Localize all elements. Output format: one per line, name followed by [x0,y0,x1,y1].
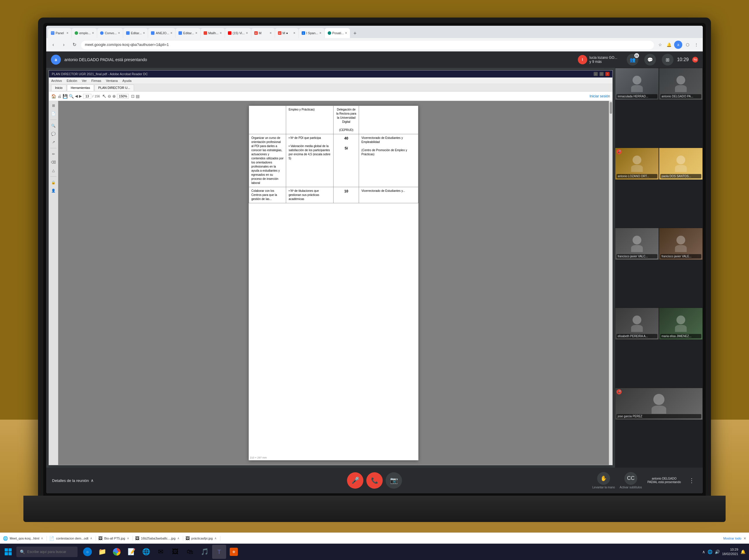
tray-network-icon[interactable]: 🌐 [707,550,712,554]
pdf-menu-ventana[interactable]: Ventana [106,79,117,83]
taskbar-cortana[interactable]: ○ [81,545,94,559]
pdf-fit-btn[interactable]: ⊡ [131,94,134,98]
address-bar[interactable] [81,40,654,49]
new-tab-button[interactable]: + [350,29,360,38]
pdf-maximize-button[interactable]: □ [599,72,604,76]
pdf-sidebar-bookmarks[interactable]: ⊞ [50,102,57,109]
pdf-sidebar-search[interactable]: 🔍 [50,122,57,129]
taskbar-file-explorer[interactable]: 📁 [95,545,109,559]
tab-close-panel[interactable]: × [66,31,68,35]
tab-close-emplo[interactable]: × [92,31,94,35]
back-button[interactable]: ‹ [49,41,57,49]
pdf-zoom-input[interactable] [117,94,129,98]
pdf-prev-page-btn[interactable]: ◀ [75,94,78,98]
tab-close-span[interactable]: × [319,31,321,35]
tray-volume-icon[interactable]: 🔊 [715,550,720,554]
pdf-menu-edicion[interactable]: Edición [67,79,77,83]
profile-icon[interactable]: a [674,41,682,49]
chat-button[interactable]: 💬 [644,54,656,66]
tray-notification-icon[interactable]: 🔔 [741,550,746,554]
forward-button[interactable]: › [60,41,68,49]
hangup-button[interactable]: 📞 [366,472,383,489]
pdf-scrollbar-thumb[interactable] [610,102,612,114]
download-chevron-1[interactable]: ∧ [41,537,43,540]
tab-editar2[interactable]: Editar... × [175,28,200,38]
taskbar-orange-app[interactable]: ⊕ [227,545,241,559]
menu-icon[interactable]: ⋮ [693,41,700,48]
taskbar-spotify[interactable]: 🎵 [197,545,212,559]
taskbar-mail[interactable]: ✉ [154,545,168,559]
tab-anejo[interactable]: ANEJO... × [148,28,175,38]
start-button[interactable] [0,544,16,560]
taskbar-edge[interactable]: 🌐 [139,545,153,559]
taskbar-clock[interactable]: 10:29 18/02/2021 [722,547,738,557]
pdf-page-input[interactable] [83,94,91,98]
tab-close-mailh[interactable]: × [220,31,222,35]
tab-convo[interactable]: Convo... × [97,28,123,38]
pdf-menu-ayuda[interactable]: Ayuda [122,79,131,83]
meeting-details-button[interactable]: Detalles de la reunión ∧ [52,478,93,483]
extensions-icon[interactable]: ⬡ [684,41,691,48]
taskbar-store[interactable]: 🛍 [183,545,197,559]
pdf-print-btn[interactable]: 🖨 [57,94,61,98]
pdf-signin-btn[interactable]: Iniciar sesión [590,94,610,98]
pdf-save-btn[interactable]: 💾 [63,94,68,98]
tab-close-convo[interactable]: × [118,31,120,35]
tab-vi[interactable]: (15) Vi... × [225,28,251,38]
pdf-zoom-plus-btn[interactable]: ⊕ [112,94,116,98]
pdf-sidebar-lock[interactable]: 🔒 [50,179,57,186]
tab-close-editar1[interactable]: × [143,31,145,35]
pdf-cursor-icon[interactable]: ↖ [102,93,107,99]
people-button[interactable]: 👥 21 [627,54,638,66]
subtitles-item[interactable]: CC Activar subtítulos [620,472,642,489]
tab-close-gmail2[interactable]: × [293,31,295,35]
tab-close-vi[interactable]: × [246,31,248,35]
pdf-home-btn[interactable]: 🏠 [51,94,56,98]
download-close-button[interactable]: × [744,536,746,541]
tab-panel[interactable]: 🛡 Panel × [48,28,71,38]
download-show-all[interactable]: Mostrar todo [723,537,742,540]
taskbar-search-input[interactable] [27,550,74,554]
camera-button[interactable]: 📷 [386,472,402,489]
pdf-sidebar-pen[interactable]: ✏ [50,151,57,158]
pdf-sidebar-share[interactable]: ↗ [50,139,57,145]
pdf-scrollbar[interactable] [609,101,612,465]
pdf-tab-inicio[interactable]: Inicio [51,85,66,91]
tab-gmail2[interactable]: M M ● × [275,28,298,38]
pdf-view-btn[interactable]: ▤ [136,94,140,98]
pdf-page-container[interactable]: Empleo y Prácticas) Delegación de la Rec… [58,101,609,465]
taskbar-teams[interactable]: T [212,545,226,559]
notifications-icon[interactable]: 🔔 [665,41,672,48]
reload-button[interactable]: ↻ [70,41,79,49]
tab-meet-active[interactable]: Posati... × [325,28,350,38]
pdf-sidebar-comments[interactable]: 💬 [50,130,57,137]
pdf-tab-herramientas[interactable]: Herramientas [67,85,94,91]
tab-gmail1[interactable]: M M × [251,28,275,38]
bookmark-icon[interactable]: ☆ [657,41,664,48]
tab-mailh[interactable]: Mailh... × [201,28,225,38]
more-options-button[interactable]: ⋮ [686,475,697,486]
taskbar-word[interactable]: 📝 [124,545,138,559]
taskbar-chrome[interactable] [110,545,124,559]
pdf-menu-archivo[interactable]: Archivo [51,79,62,83]
pdf-next-page-btn[interactable]: ▶ [79,94,82,98]
pdf-sidebar-people[interactable]: 👤 [50,187,57,194]
pdf-zoom-minus-btn[interactable]: ⊖ [108,94,111,98]
taskbar-photos[interactable]: 🖼 [168,545,182,559]
tab-emplo[interactable]: emplo... × [72,28,97,38]
download-chevron-5[interactable]: ∧ [214,537,216,540]
pdf-menu-firmas[interactable]: Firmas [91,79,101,83]
tab-span[interactable]: li I Span... × [299,28,324,38]
pdf-tab-plan[interactable]: PLAN DIRECTOR U... [94,85,134,91]
tab-editar1[interactable]: Editar... × [123,28,148,38]
tab-close-gmail1[interactable]: × [270,31,272,35]
tab-close-editar2[interactable]: × [195,31,197,35]
pdf-minimize-button[interactable]: ─ [594,72,598,76]
pdf-sidebar-eraser[interactable]: ⌫ [50,159,57,166]
pdf-menu-ver[interactable]: Ver [82,79,87,83]
pdf-sidebar-pages[interactable]: 📄 [50,110,57,117]
tab-close-anejo[interactable]: × [170,31,172,35]
pdf-search-btn[interactable]: 🔍 [69,94,74,98]
pdf-close-button[interactable]: × [605,72,609,76]
download-chevron-2[interactable]: ∧ [90,537,92,540]
